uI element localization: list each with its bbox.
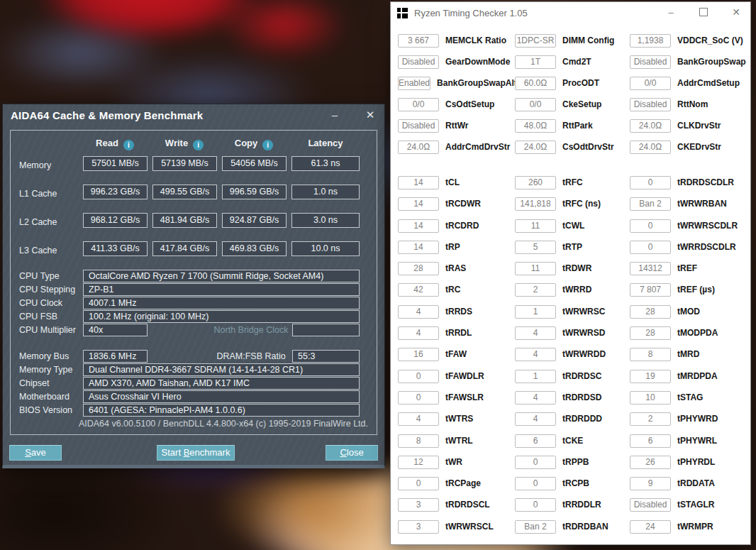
field-label: tWTRL xyxy=(445,434,473,448)
field-value-box: 0/0 xyxy=(515,98,556,111)
memory-bus-value-box: 1836.6 MHz xyxy=(83,350,148,363)
field-label: tWRMPR xyxy=(677,520,713,534)
timing-field: Disabled RttWr xyxy=(398,119,515,141)
save-button[interactable]: Save xyxy=(9,445,62,461)
field-label: tRDRDSCL xyxy=(445,498,490,512)
minimize-icon[interactable]: – xyxy=(326,107,344,123)
field-value-box: 260 xyxy=(515,176,556,189)
info-row: CPU Type OctalCore AMD Ryzen 7 1700 (Sum… xyxy=(11,270,377,283)
field-label: tMOD xyxy=(677,305,700,319)
timing-field: 19 tMRDPDA xyxy=(630,370,750,391)
minimize-icon[interactable]: – xyxy=(659,2,683,23)
timing-field: 6 tCKE xyxy=(515,434,630,456)
timing-field: 2 tWRRD xyxy=(515,283,630,304)
info-row-label: Chipset xyxy=(19,378,49,388)
info-row-label: CPU Clock xyxy=(19,298,62,308)
cpu-multiplier-value-box: 40x xyxy=(83,324,148,336)
rtc-titlebar[interactable]: Ryzen Timing Checker 1.05 – ✕ xyxy=(391,2,750,23)
field-value-box: 16 xyxy=(398,348,439,361)
rtc-window-title: Ryzen Timing Checker 1.05 xyxy=(414,8,528,18)
close-button[interactable]: Close xyxy=(326,445,378,461)
timing-field: 0 tRPPB xyxy=(515,456,630,477)
field-value-box: Disabled xyxy=(398,119,439,133)
timing-field: 3 tWRWRSCL xyxy=(398,520,515,541)
dram-fsb-ratio-label: DRAM:FSB Ratio xyxy=(212,351,290,361)
bench-row-label: L1 Cache xyxy=(19,189,82,199)
info-row: BIOS Version 6401 (AGESA: PinnaclePI-AM4… xyxy=(11,404,377,417)
close-icon[interactable]: ✕ xyxy=(724,2,748,23)
timing-field: 0 tRCPB xyxy=(515,477,630,498)
dram-fsb-ratio-value-box: 55:3 xyxy=(292,350,360,363)
timing-field: 4 tRDRDDD xyxy=(515,412,630,434)
field-label: CsOdtSetup xyxy=(445,98,494,111)
field-value-box: 0 xyxy=(630,219,671,233)
field-value-box: 0 xyxy=(398,477,439,490)
close-icon[interactable]: ✕ xyxy=(361,107,379,123)
write-value-box: 57139 MB/s xyxy=(152,156,217,171)
info-row: CPU FSB 100.2 MHz (original: 100 MHz) xyxy=(11,310,377,324)
timing-field: 4 tWRWRDD xyxy=(515,348,630,369)
field-value-box: 4 xyxy=(398,326,439,340)
info-icon[interactable] xyxy=(123,140,134,150)
field-label: tWRWRBAN xyxy=(677,197,727,211)
latency-value-box: 61.3 ns xyxy=(291,156,360,171)
timing-field: 0 tFAWDLR xyxy=(398,370,515,391)
info-row: Memory Type Dual Channel DDR4-3667 SDRAM… xyxy=(11,363,377,377)
field-value-box: 28 xyxy=(398,262,439,275)
timing-field: 9 tRDDATA xyxy=(630,477,750,498)
field-value-box: 1DPC-SR xyxy=(515,34,556,48)
field-label: DIMM Config xyxy=(562,34,614,48)
field-value-box: 5 xyxy=(515,241,556,254)
memory-bus-row: Memory Bus 1836.6 MHz DRAM:FSB Ratio 55:… xyxy=(11,350,377,363)
timing-field: 4 tWTRS xyxy=(398,412,515,434)
info-row-value-box: AMD X370, AMD Taishan, AMD K17 IMC xyxy=(83,377,360,390)
field-label: tSTAG xyxy=(677,391,703,405)
field-label: tFAWDLR xyxy=(445,370,484,383)
timing-field: 42 tRC xyxy=(398,283,515,304)
aida64-titlebar[interactable]: AIDA64 Cache & Memory Benchmark – ✕ xyxy=(3,104,384,126)
field-label: tRDRDSD xyxy=(562,391,601,405)
info-icon[interactable] xyxy=(193,140,204,150)
info-row-value-box: Asus Crosshair VI Hero xyxy=(83,390,360,403)
info-icon[interactable] xyxy=(262,140,273,150)
timing-field: 260 tRFC xyxy=(515,176,630,197)
field-value-box: 14 xyxy=(398,241,439,254)
field-value-box: 11 xyxy=(515,219,556,233)
field-label: tWRWRDD xyxy=(562,348,606,361)
field-value-box: 2 xyxy=(630,412,671,426)
info-row: Motherboard Asus Crosshair VI Hero xyxy=(11,390,377,404)
field-value-box: 3 xyxy=(398,498,439,512)
write-value-box: 481.94 GB/s xyxy=(152,213,217,228)
timing-field: 60.0Ω ProcODT xyxy=(515,77,630,98)
field-value-box: 0/0 xyxy=(630,77,671,90)
field-label: tMRD xyxy=(677,348,699,361)
field-value-box: 10 xyxy=(630,391,671,405)
field-label: tRCDWR xyxy=(445,197,481,211)
timing-field: 24.0Ω AddrCmdDrvStr xyxy=(398,141,515,162)
field-label: MEMCLK Ratio xyxy=(445,34,506,48)
timing-field: Ban 2 tRDRDBAN xyxy=(515,520,630,541)
field-value-box: 0 xyxy=(630,241,671,254)
timing-field: 24.0Ω CLKDrvStr xyxy=(630,119,750,141)
field-label: RttNom xyxy=(677,98,708,111)
field-label: tREF xyxy=(677,262,697,275)
field-value-box: 14 xyxy=(398,197,439,211)
field-label: tRCPB xyxy=(562,477,589,490)
field-label: tFAWSLR xyxy=(445,391,484,405)
maximize-icon[interactable] xyxy=(691,2,716,23)
field-label: tRRDL xyxy=(445,326,472,340)
field-label: CsOdtDrvStr xyxy=(562,141,614,154)
field-value-box: 8 xyxy=(398,434,439,448)
field-value-box: 3 667 xyxy=(398,34,439,48)
benchmark-table-row: Memory 57501 MB/s 57139 MB/s 54056 MB/s … xyxy=(11,153,377,182)
timing-field: 11 tCWL xyxy=(515,219,630,241)
field-label: tRPPB xyxy=(562,456,589,469)
info-row-label: Motherboard xyxy=(19,392,70,402)
field-label: tCKE xyxy=(562,434,583,448)
start-benchmark-button[interactable]: Start Benchmark xyxy=(157,445,235,461)
field-label: tRDWR xyxy=(562,262,591,275)
field-value-box: Ban 2 xyxy=(630,197,671,211)
info-row-label: CPU Type xyxy=(19,271,60,281)
field-value-box: Ban 2 xyxy=(515,520,556,534)
field-label: BankGroupSwap xyxy=(677,55,746,69)
